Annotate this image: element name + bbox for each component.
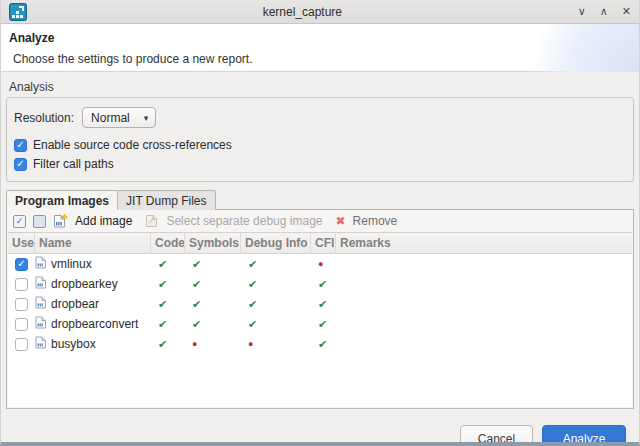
debug-info-status: ✔ [241,318,311,331]
resolution-label: Resolution: [14,111,74,125]
resolution-value: Normal [91,111,130,125]
table-header: Use Name Code Symbols Debug Info CFI Rem… [8,233,632,254]
table-row[interactable]: vmlinux ✔ ✔ ✔ ● [8,254,632,274]
col-cfi[interactable]: CFI [311,233,336,253]
add-image-button[interactable]: Add image [75,214,132,228]
select-debug-image-icon [145,214,159,228]
image-name: dropbearconvert [51,317,138,331]
page-subtitle: Choose the settings to produce a new rep… [13,52,629,66]
program-images-panel: ✓ Add image [6,209,634,409]
image-name: busybox [51,337,96,351]
minimize-icon[interactable]: ∨ [578,6,586,17]
resolution-dropdown[interactable]: Normal ▾ [82,107,156,128]
analysis-groupbox: Resolution: Normal ▾ Enable source code … [6,97,634,182]
dialog-footer: Cancel Analyze [6,409,634,446]
chevron-down-icon: ▾ [144,113,149,123]
row-use-checkbox[interactable] [15,318,28,331]
filter-call-paths-checkbox[interactable] [14,158,27,171]
row-use-checkbox[interactable] [15,338,28,351]
col-code[interactable]: Code [151,233,185,253]
tab-program-images[interactable]: Program Images [6,190,118,210]
maximize-icon[interactable]: ∧ [600,6,608,17]
filter-call-paths-label: Filter call paths [33,157,114,171]
deselect-all-icon[interactable] [33,215,46,228]
add-image-icon[interactable] [53,214,68,229]
col-symbols[interactable]: Symbols [185,233,241,253]
cross-references-label: Enable source code cross-references [33,138,232,152]
remove-button[interactable]: Remove [353,214,398,228]
debug-info-status: ✔ [241,258,311,271]
image-name: dropbearkey [51,277,118,291]
symbols-status: ✔ [185,258,241,271]
titlebar[interactable]: kernel_capture ∨ ∧ ✕ [1,0,639,24]
cancel-button[interactable]: Cancel [460,425,533,446]
image-name: vmlinux [51,257,92,271]
symbols-status: ✔ [185,278,241,291]
tab-jit-dump-files[interactable]: JIT Dump Files [117,190,215,210]
table-row[interactable]: busybox ✔ ● ● ✔ [8,334,632,354]
cfi-status: ✔ [311,278,336,291]
remove-icon[interactable]: ✖ [335,214,345,228]
symbols-status: ✔ [185,318,241,331]
code-status: ✔ [151,298,185,311]
dialog-content: Analysis Resolution: Normal ▾ Enable sou… [1,72,639,446]
close-icon[interactable]: ✕ [622,6,631,17]
symbols-status: ● [185,339,241,349]
dialog-window: kernel_capture ∨ ∧ ✕ Analyze Choose the … [0,0,640,446]
images-toolbar: ✓ Add image [7,210,633,232]
table-row[interactable]: dropbearconvert ✔ ✔ ✔ ✔ [8,314,632,334]
code-status: ✔ [151,278,185,291]
cfi-status: ✔ [311,338,336,351]
row-use-checkbox[interactable] [15,258,28,271]
col-use[interactable]: Use [8,233,35,253]
program-images-table: Use Name Code Symbols Debug Info CFI Rem… [8,232,632,407]
debug-info-status: ● [241,339,311,349]
analysis-group-label: Analysis [9,80,634,94]
row-use-checkbox[interactable] [15,298,28,311]
debug-info-status: ✔ [241,278,311,291]
binary-file-icon [35,296,47,312]
page-title: Analyze [9,31,629,45]
col-remarks[interactable]: Remarks [336,233,632,253]
binary-file-icon [35,336,47,352]
binary-file-icon [35,256,47,272]
row-use-checkbox[interactable] [15,278,28,291]
cfi-status: ✔ [311,318,336,331]
symbols-status: ✔ [185,298,241,311]
cross-references-checkbox[interactable] [14,139,27,152]
code-status: ✔ [151,318,185,331]
table-body: vmlinux ✔ ✔ ✔ ● dropbearkey [8,254,632,407]
code-status: ✔ [151,258,185,271]
cfi-status: ● [311,259,336,269]
debug-info-status: ✔ [241,298,311,311]
col-name[interactable]: Name [35,233,151,253]
window-title: kernel_capture [27,5,578,19]
dialog-header: Analyze Choose the settings to produce a… [1,24,639,72]
binary-file-icon [35,276,47,292]
select-debug-image-button: Select separate debug image [166,214,322,228]
code-status: ✔ [151,338,185,351]
cfi-status: ✔ [311,298,336,311]
tabstrip: Program Images JIT Dump Files [6,190,634,210]
app-icon [9,3,27,21]
analyze-button[interactable]: Analyze [542,425,626,446]
select-all-icon[interactable]: ✓ [13,215,26,228]
binary-file-icon [35,316,47,332]
col-debug-info[interactable]: Debug Info [241,233,311,253]
image-name: dropbear [51,297,99,311]
table-row[interactable]: dropbear ✔ ✔ ✔ ✔ [8,294,632,314]
table-row[interactable]: dropbearkey ✔ ✔ ✔ ✔ [8,274,632,294]
